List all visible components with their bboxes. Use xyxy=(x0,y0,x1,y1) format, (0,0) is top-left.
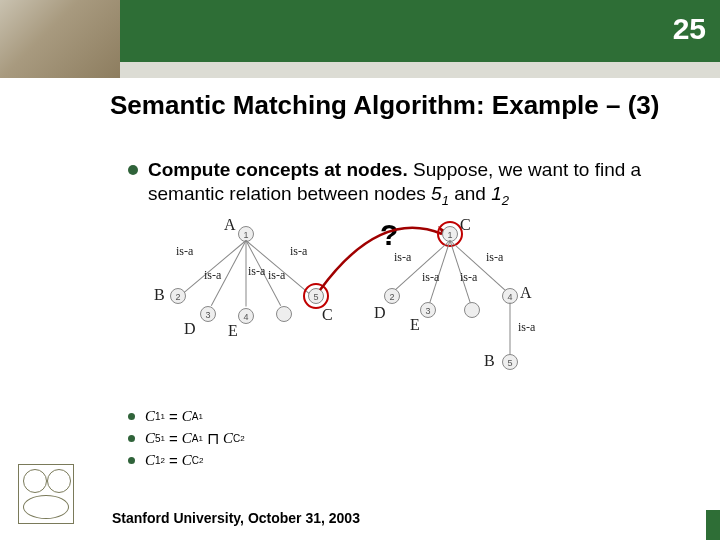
label-A-left: A xyxy=(224,216,236,234)
node-5-right: 5 xyxy=(502,354,518,370)
node-extra-right xyxy=(464,302,480,318)
bullet-dot-icon xyxy=(128,165,138,175)
label-B-right: B xyxy=(484,352,495,370)
label-C-left: C xyxy=(322,306,333,324)
label-D-right: D xyxy=(374,304,386,322)
label-E-right: E xyxy=(410,316,420,334)
label-E-left: E xyxy=(228,322,238,340)
footer-text: Stanford University, October 31, 2003 xyxy=(112,510,360,526)
bullet-lead: Compute concepts at nodes. xyxy=(148,159,413,180)
edge-isa-l3: is-a xyxy=(248,264,265,279)
edge-isa-r5: is-a xyxy=(518,320,535,335)
edge-isa-r2: is-a xyxy=(422,270,439,285)
edge-isa-r1: is-a xyxy=(394,250,411,265)
node-3-right: 3 xyxy=(420,302,436,318)
node-3-left: 3 xyxy=(200,306,216,322)
header-thumbnail xyxy=(0,0,120,78)
page-number: 25 xyxy=(673,12,706,46)
label-B-left: B xyxy=(154,286,165,304)
edge-isa-l5: is-a xyxy=(290,244,307,259)
bullet-text: Compute concepts at nodes. Suppose, we w… xyxy=(148,158,690,209)
bullet-main: Compute concepts at nodes. Suppose, we w… xyxy=(128,158,690,209)
node-2-right: 2 xyxy=(384,288,400,304)
intersection-icon: ⊓ xyxy=(207,429,219,448)
edge-isa-r4: is-a xyxy=(486,250,503,265)
node-ref-5: 5 xyxy=(431,183,442,204)
slide-header: 25 xyxy=(0,0,720,78)
institution-logo xyxy=(18,464,74,524)
slide-title: Semantic Matching Algorithm: Example – (… xyxy=(110,90,659,121)
label-C-right: C xyxy=(460,216,471,234)
formula-1: C11 = CA1 xyxy=(128,408,245,425)
node-ref-5-sub: 1 xyxy=(442,193,449,208)
header-substripe xyxy=(120,62,720,78)
node-ref-1-sub: 2 xyxy=(502,193,509,208)
node-4-left: 4 xyxy=(238,308,254,324)
edge-isa-l2: is-a xyxy=(204,268,221,283)
edge-isa-l1: is-a xyxy=(176,244,193,259)
bullet-dot-icon xyxy=(128,457,135,464)
bullet-dot-icon xyxy=(128,413,135,420)
bullet-mid: and xyxy=(449,183,491,204)
node-dummy-left xyxy=(276,306,292,322)
label-A-right: A xyxy=(520,284,532,302)
edge-isa-r3: is-a xyxy=(460,270,477,285)
formula-list: C11 = CA1 C51 = CA1 ⊓ CC2 C12 = CC2 xyxy=(128,408,245,473)
node-2-left: 2 xyxy=(170,288,186,304)
bullet-dot-icon xyxy=(128,435,135,442)
formula-2: C51 = CA1 ⊓ CC2 xyxy=(128,429,245,448)
formula-3: C12 = CC2 xyxy=(128,452,245,469)
tree-diagram: A 1 is-a is-a is-a is-a is-a B 2 3 D 4 E… xyxy=(150,220,610,390)
node-ref-1: 1 xyxy=(491,183,502,204)
footer-accent xyxy=(706,510,720,540)
header-stripe: 25 xyxy=(120,0,720,62)
edge-isa-l4: is-a xyxy=(268,268,285,283)
label-D-left: D xyxy=(184,320,196,338)
